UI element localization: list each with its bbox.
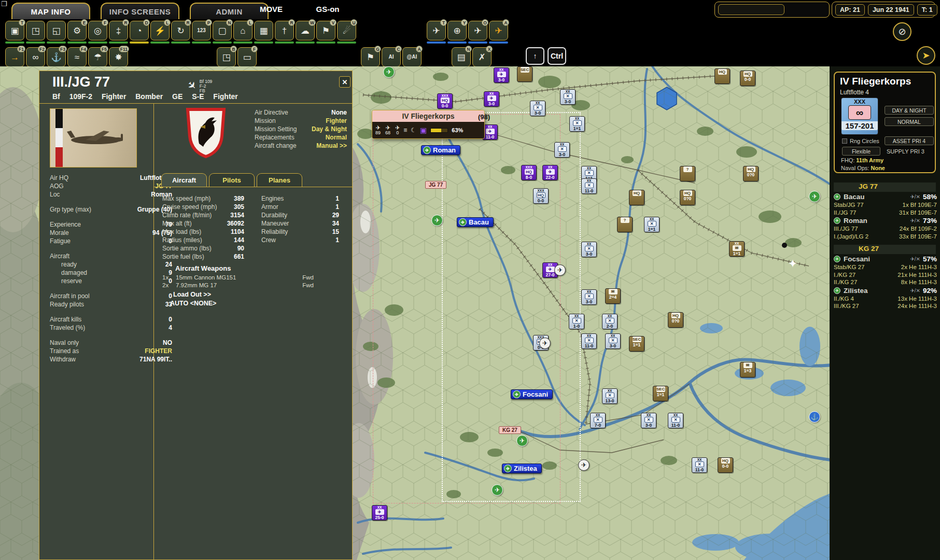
unit-counter[interactable]: XX ✕ 11-0 — [581, 178, 597, 194]
modifier-key-button[interactable]: Ctrl — [548, 47, 566, 65]
next-unit-button[interactable]: ➤ — [917, 46, 935, 65]
unit-counter[interactable]: HQ 0-0 — [740, 71, 755, 86]
unit-counter[interactable]: HQ 0?0 — [668, 312, 683, 328]
hq-unit-counter[interactable]: XXX ∞ 157-201 — [841, 97, 878, 135]
unit-counter[interactable]: XX ✕ 7-0 — [590, 413, 606, 428]
toolbar-button[interactable]: ⚡ L — [150, 21, 170, 44]
toolbar-button[interactable]: ☄ U — [337, 21, 356, 44]
unit-counter[interactable]: XX ✕ 1-0 — [569, 314, 584, 329]
toolbar-button[interactable]: ⌂ L — [233, 21, 252, 44]
unit-counter[interactable]: XX ✕ 11-0 — [692, 457, 707, 473]
unit-counter[interactable]: XX ✕ 3-0 — [641, 413, 656, 428]
menu-tab[interactable]: INFO SCREENS — [101, 3, 179, 19]
auto-loadout-button[interactable]: AUTO <NONE> — [170, 300, 216, 307]
loadout-button[interactable]: Load Out >> — [173, 291, 211, 298]
hq-group-row[interactable]: ✈ Stab/JG 77 ✈/✕ 1x Bf 109E-7 — [834, 201, 937, 209]
group-header-jg77[interactable]: JG 77 — [834, 183, 936, 192]
map-marker[interactable]: ✈ — [554, 264, 566, 276]
toolbar-button[interactable]: ⚑ V — [316, 21, 335, 44]
unit-counter[interactable]: XXX HQ 0-0 — [437, 93, 453, 109]
modifier-key-button[interactable]: ↑ — [526, 47, 544, 65]
toolbar-button[interactable]: ‡ R — [109, 21, 128, 44]
unit-counter[interactable]: XX ✕ 11-0 — [668, 413, 683, 428]
airbase-city-button[interactable]: ✈ Bacau — [457, 217, 494, 227]
map-marker[interactable]: ✈ — [492, 484, 503, 496]
unit-counter[interactable]: SEC 1=1 — [629, 336, 644, 352]
airbase-city-button[interactable]: ✈ Focsani — [511, 389, 553, 399]
hq-group-row[interactable]: ✈ Zilistea ✈/✕ 92% — [834, 286, 937, 295]
unit-counter[interactable]: XX ✈ 25-0 — [372, 505, 387, 521]
air-group-label[interactable]: JG 77 — [425, 181, 446, 189]
toolbar-button[interactable]: ▢ N — [213, 21, 232, 44]
unit-counter[interactable]: XXX HQ 8-0 — [521, 165, 537, 180]
unit-counter[interactable]: XX ✕ 3-0 — [554, 142, 570, 158]
unit-counter[interactable]: XX ✕ 1=1 — [569, 116, 585, 132]
airbase-city-button[interactable]: ✈ Roman — [421, 145, 460, 155]
hq-group-row[interactable]: ✈ I.(Jagd)/LG 2 ✈/✕ 33x Bf 109E-7 — [834, 233, 937, 241]
unit-counter[interactable]: ✉ 1=3 — [740, 362, 755, 377]
unit-counter[interactable]: HQ — [629, 190, 644, 205]
detail-tab[interactable]: Planes — [257, 173, 302, 187]
toolbar-button[interactable]: ⚙ E — [67, 21, 87, 44]
hq-group-row[interactable]: ✈ I./KG 27 ✈/✕ 21x He 111H-3 — [834, 271, 937, 279]
unit-counter[interactable]: HQ — [714, 68, 730, 84]
daynight-button[interactable]: DAY & NIGHT — [885, 106, 934, 115]
toolbar-button[interactable]: ▦ — [254, 21, 273, 44]
unit-counter[interactable]: XX ✕ 13-0 — [602, 388, 618, 404]
airbase-city-button[interactable]: ✈ Zilistea — [502, 464, 542, 473]
toolbar-button[interactable]: ✈ T — [427, 21, 446, 44]
hq-group-row[interactable]: ✈ III./KG 27 ✈/✕ 24x He 111H-3 — [834, 302, 937, 310]
unit-counter[interactable]: XX ✈ 22-0 — [542, 165, 558, 180]
map-marker[interactable]: ✈ — [539, 338, 551, 349]
top-text-input[interactable] — [718, 4, 784, 15]
hq-group-row[interactable]: ✈ II./KG 4 ✈/✕ 13x He 111H-3 — [834, 295, 937, 303]
unit-counter[interactable]: XX ✈ 3-0 — [484, 91, 499, 107]
toolbar-button[interactable]: ✈ A — [489, 21, 508, 44]
map-marker[interactable]: ⚓ — [809, 411, 820, 423]
toolbar-button[interactable]: ✈ O — [468, 21, 487, 44]
unit-counter[interactable]: XX ✕ 1=1 — [644, 217, 660, 232]
unit-counter[interactable]: SEC — [517, 66, 532, 82]
normal-button[interactable]: NORMAL — [885, 117, 934, 126]
toolbar-button[interactable]: ◳ — [26, 21, 45, 44]
asset-priority-button[interactable]: ASSET PRI 4 — [885, 136, 934, 145]
unit-counter[interactable]: XX ✕ 11-0 — [581, 333, 597, 349]
unit-counter[interactable]: XX ✕ 3-0 — [581, 289, 597, 305]
unit-counter[interactable]: XX ✕ 3-0 — [605, 333, 621, 349]
toolbar-button[interactable]: ↻ R — [171, 21, 190, 44]
toolbar-button[interactable]: † R — [275, 21, 294, 44]
detail-tab[interactable]: Pilots — [209, 173, 255, 187]
hq-group-row[interactable]: ✈ Focsani ✈/✕ 57% — [834, 255, 937, 263]
unit-counter[interactable]: XX ✉ 1=1 — [729, 241, 745, 257]
compass-button[interactable]: ⊘ — [893, 22, 911, 41]
group-header-kg27[interactable]: KG 27 — [834, 245, 936, 254]
unit-counter[interactable]: XX ✕ 3-0 — [530, 101, 545, 116]
unit-counter[interactable]: SEC 1=1 — [653, 386, 668, 401]
unit-counter[interactable]: XX ✕ 3-0 — [560, 89, 576, 105]
unit-counter[interactable]: XXX HQ 0-0 — [533, 188, 549, 204]
unit-counter[interactable]: XX ✕ 3-0 — [581, 242, 597, 257]
unit-counter[interactable]: ✉ 2=4 — [605, 288, 621, 304]
toolbar-button[interactable]: ▣ T — [5, 21, 24, 44]
toolbar-button[interactable]: ☁ W — [296, 21, 315, 44]
hq-group-row[interactable]: ✈ II./KG 27 ✈/✕ 8x He 111H-3 — [834, 278, 937, 286]
unit-counter[interactable]: ? — [680, 166, 695, 181]
toolbar-button[interactable]: ⊕ Y — [447, 21, 467, 44]
unit-counter[interactable]: HQ 0?0 — [680, 190, 695, 205]
toolbar-button[interactable]: ◎ F — [88, 21, 107, 44]
air-group-label[interactable]: KG 27 — [499, 426, 521, 434]
hq-group-row[interactable]: ✈ Roman ✈/✕ 73% — [834, 216, 937, 225]
unit-counter[interactable]: HQ 0-0 — [718, 457, 733, 473]
hq-group-row[interactable]: ✈ II./JG 77 ✈/✕ 31x Bf 109E-7 — [834, 209, 937, 217]
menu-move[interactable]: MOVE — [248, 5, 294, 13]
menu-gs-toggle[interactable]: GS-on — [307, 5, 348, 13]
map-marker[interactable]: ✦ — [787, 258, 798, 270]
unit-counter[interactable]: HQ 0?0 — [743, 166, 759, 181]
rng-circles-checkbox[interactable]: Rng Circles — [842, 138, 879, 144]
hq-group-row[interactable]: ✈ III./JG 77 ✈/✕ 24x Bf 109F-2 — [834, 225, 937, 233]
map-marker[interactable]: ✈ — [431, 215, 443, 226]
supply-priority-label[interactable]: SUPPLY PRI 3 — [887, 148, 924, 155]
map-marker[interactable]: ✈ — [578, 459, 590, 471]
detail-tab[interactable]: Aircraft — [161, 173, 207, 187]
map-marker[interactable]: ✈ — [383, 66, 395, 78]
